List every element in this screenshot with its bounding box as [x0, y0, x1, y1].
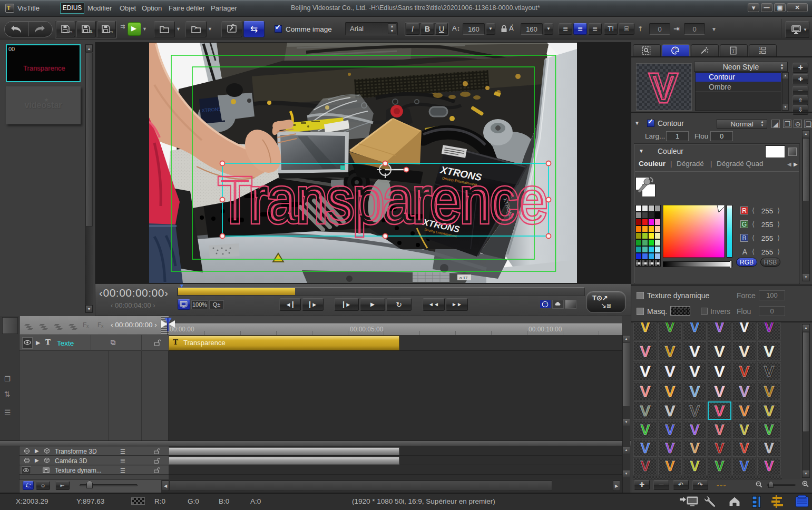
svg-text:2: 2 [759, 50, 761, 55]
svg-text:o 17: o 17 [459, 276, 468, 280]
svg-text:T: T [732, 48, 735, 54]
svg-text:V: V [651, 67, 676, 109]
